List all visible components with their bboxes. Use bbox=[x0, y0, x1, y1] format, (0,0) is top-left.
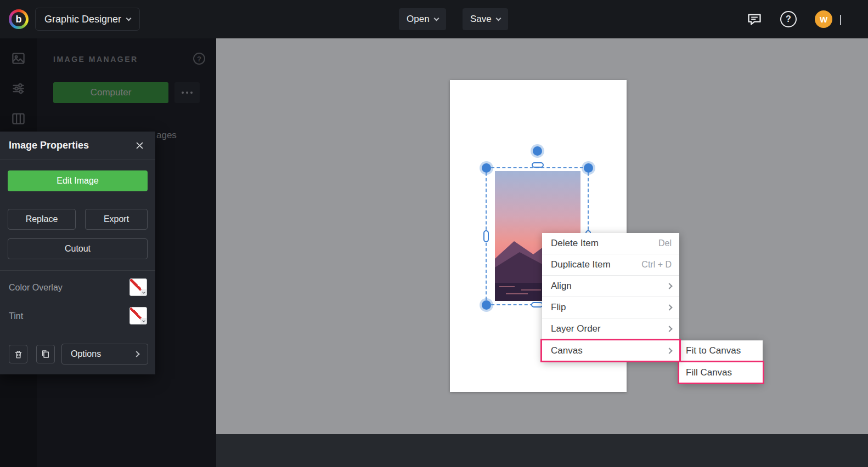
context-menu-item-align[interactable]: Align bbox=[542, 276, 679, 297]
chevron-down-icon bbox=[142, 319, 145, 322]
open-dropdown-button[interactable]: Open bbox=[399, 8, 446, 30]
options-button[interactable]: Options bbox=[61, 344, 148, 365]
chevron-down-icon bbox=[142, 291, 145, 294]
top-left-resize-handle[interactable] bbox=[482, 163, 491, 173]
shortcut-label: Del bbox=[658, 238, 672, 248]
close-icon bbox=[135, 141, 144, 150]
bottom-left-resize-handle[interactable] bbox=[482, 300, 491, 310]
context-menu-item-canvas[interactable]: Canvas bbox=[542, 340, 679, 361]
account-dropdown-button[interactable] bbox=[835, 14, 846, 25]
swatch-dropdown-corner bbox=[140, 318, 146, 324]
left-resize-handle[interactable] bbox=[483, 230, 489, 242]
trash-icon bbox=[14, 350, 23, 359]
tint-swatch[interactable] bbox=[129, 307, 147, 324]
bottom-toolbar: 24 % bbox=[216, 434, 868, 467]
delete-layer-button[interactable] bbox=[9, 345, 27, 363]
options-label: Options bbox=[71, 349, 101, 359]
chevron-down-icon bbox=[840, 15, 841, 25]
context-menu-item-layer-order[interactable]: Layer Order bbox=[542, 318, 679, 340]
top-right-resize-handle[interactable] bbox=[584, 163, 593, 173]
divider bbox=[0, 270, 155, 271]
duplicate-layer-button[interactable] bbox=[36, 345, 55, 363]
save-dropdown-button[interactable]: Save bbox=[463, 8, 508, 30]
export-button[interactable]: Export bbox=[85, 209, 148, 230]
topbar: b Graphic Designer Open Save ? W bbox=[0, 0, 868, 38]
submenu-arrow-icon bbox=[666, 348, 672, 354]
color-overlay-label: Color Overlay bbox=[9, 283, 63, 293]
chat-bubble-icon bbox=[747, 12, 762, 27]
app-menu-dropdown[interactable]: Graphic Designer bbox=[35, 8, 140, 31]
edit-image-button[interactable]: Edit Image bbox=[8, 170, 148, 191]
rotate-handle[interactable] bbox=[533, 146, 542, 156]
context-menu-item-duplicate[interactable]: Duplicate Item Ctrl + D bbox=[542, 254, 679, 276]
close-panel-button[interactable] bbox=[132, 139, 146, 153]
chevron-down-icon bbox=[495, 15, 501, 21]
submenu-item-fill-canvas[interactable]: Fill Canvas bbox=[679, 362, 763, 383]
submenu-arrow-icon bbox=[666, 304, 672, 310]
save-label: Save bbox=[470, 14, 492, 25]
open-label: Open bbox=[407, 14, 430, 25]
shortcut-label: Ctrl + D bbox=[641, 260, 672, 270]
context-menu-item-delete[interactable]: Delete Item Del bbox=[542, 233, 679, 254]
submenu-arrow-icon bbox=[666, 283, 672, 289]
submenu-item-fit-to-canvas[interactable]: Fit to Canvas bbox=[679, 340, 763, 362]
replace-button[interactable]: Replace bbox=[8, 209, 76, 230]
feedback-chat-button[interactable] bbox=[745, 10, 764, 29]
help-button[interactable]: ? bbox=[779, 10, 798, 29]
submenu-arrow-icon bbox=[666, 326, 672, 332]
logo-letter: b bbox=[12, 12, 26, 26]
swatch-dropdown-corner bbox=[140, 289, 146, 295]
cutout-button[interactable]: Cutout bbox=[8, 238, 148, 259]
context-menu-item-flip[interactable]: Flip bbox=[542, 297, 679, 318]
canvas-submenu: Fit to Canvas Fill Canvas bbox=[679, 340, 763, 383]
image-properties-panel: Image Properties Edit Image Replace Expo… bbox=[0, 132, 155, 374]
app-window: b Graphic Designer Open Save ? W bbox=[0, 0, 868, 467]
chevron-down-icon bbox=[126, 15, 132, 21]
user-avatar[interactable]: W bbox=[815, 10, 832, 28]
panel-header: Image Properties bbox=[0, 132, 155, 160]
panel-header-title: Image Properties bbox=[9, 140, 89, 151]
tint-label: Tint bbox=[9, 311, 23, 321]
chevron-right-icon bbox=[133, 351, 139, 357]
top-resize-handle[interactable] bbox=[532, 162, 544, 168]
bottom-resize-handle[interactable] bbox=[531, 302, 543, 307]
color-overlay-swatch[interactable] bbox=[129, 278, 147, 296]
question-mark-icon: ? bbox=[780, 11, 797, 27]
app-menu-label: Graphic Designer bbox=[44, 14, 121, 25]
copy-icon bbox=[41, 349, 50, 359]
app-logo[interactable]: b bbox=[9, 9, 29, 29]
chevron-down-icon bbox=[433, 15, 439, 21]
avatar-initial: W bbox=[820, 15, 827, 24]
context-menu: Delete Item Del Duplicate Item Ctrl + D … bbox=[542, 233, 679, 361]
